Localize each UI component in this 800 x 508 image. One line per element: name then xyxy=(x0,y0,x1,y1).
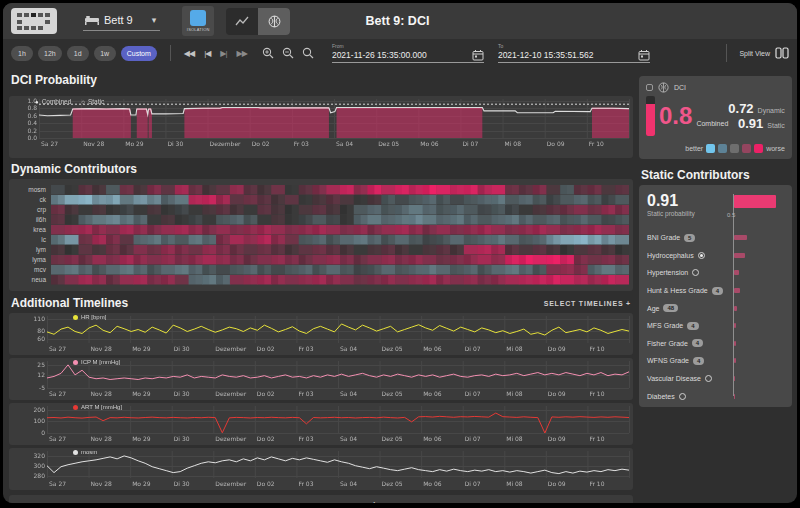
brain-view-button[interactable] xyxy=(258,8,290,35)
calendar-icon[interactable] xyxy=(472,49,484,61)
left-column: DCI Probability ● Combined ○ Static Dyna… xyxy=(9,69,633,503)
static-contributor-label: BNI Grade xyxy=(647,234,680,241)
static-contributor-label: Vascular Disease xyxy=(647,375,701,382)
timeline-chart[interactable] xyxy=(13,448,633,488)
contribution-bar xyxy=(734,376,735,381)
static-contributor-row[interactable]: Diabetes xyxy=(647,387,784,405)
dci-gauge-card: DCI 0.8 Combined 0.72Dynamic 0.91Static … xyxy=(639,76,792,159)
range-button-1d[interactable]: 1d xyxy=(67,46,89,61)
ward-overview-button[interactable] xyxy=(11,8,57,34)
dynamic-label: Dynamic xyxy=(758,107,785,114)
series-name: ART M [mmHg] xyxy=(81,404,122,410)
static-contributor-row[interactable]: Hypertension xyxy=(647,264,784,282)
static-contributor-row[interactable]: BNI Grade5 xyxy=(647,229,784,247)
skip-previous-icon[interactable]: |◀ xyxy=(204,49,210,58)
severity-square[interactable] xyxy=(742,144,751,153)
legend-combined-label: Combined xyxy=(42,98,72,105)
dynamic-contributors-title: Dynamic Contributors xyxy=(11,162,633,176)
value-badge: 4 xyxy=(712,287,723,295)
static-contributor-row[interactable]: Vascular Disease xyxy=(647,370,784,388)
static-contributor-row[interactable]: WFNS Grade4 xyxy=(647,352,784,370)
select-timelines-bar[interactable]: SELECT TIMELINES + xyxy=(9,495,633,503)
split-view-button[interactable]: Split View xyxy=(726,44,789,62)
radio-icon[interactable] xyxy=(679,393,686,400)
bed-selector[interactable]: Bett 9 ▾ xyxy=(83,11,160,31)
static-contributor-row[interactable]: Fisher Grade4 xyxy=(647,335,784,353)
timeline-panel-0: HR [bpm] xyxy=(9,313,633,355)
timeline-panel-3: mosm xyxy=(9,448,633,490)
from-date-field: From xyxy=(332,43,484,63)
dynamic-contributors-panel: mosmckcrpil6hkrealclymlymamcvneua xyxy=(9,179,633,291)
static-label: Static xyxy=(767,122,785,129)
timelines-container: HR [bpm]ICP M [mmHg]ART M [mmHg]mosm xyxy=(9,313,633,490)
collapse-icon[interactable] xyxy=(646,84,653,91)
dynamic-contributors-heatmap[interactable] xyxy=(51,185,629,285)
timeline-view-button[interactable] xyxy=(226,8,258,35)
skip-next-icon[interactable]: ▶| xyxy=(220,49,226,58)
series-dot-icon xyxy=(73,315,78,320)
isolation-icon xyxy=(190,10,206,26)
heatmap-row-label: lc xyxy=(9,235,51,245)
value-badge: 4 xyxy=(692,339,703,347)
additional-timelines-title: Additional Timelines xyxy=(11,296,128,310)
select-timelines-bar-label: SELECT TIMELINES xyxy=(265,501,365,504)
range-button-12h[interactable]: 12h xyxy=(38,46,62,61)
heatmap-row-label: mcv xyxy=(9,265,51,275)
timeline-panel-2: ART M [mmHg] xyxy=(9,403,633,445)
severity-square[interactable] xyxy=(754,144,763,153)
fast-forward-icon[interactable]: ▶▶ xyxy=(237,49,247,58)
contribution-bar xyxy=(734,270,739,275)
worse-label: worse xyxy=(766,145,785,152)
contribution-bar xyxy=(734,306,737,311)
severity-square[interactable] xyxy=(730,144,739,153)
value-badge: 5 xyxy=(684,234,695,242)
from-date-input[interactable] xyxy=(332,50,452,60)
static-contributor-row[interactable]: MFS Grade4 xyxy=(647,317,784,335)
static-contributor-row[interactable]: Age48 xyxy=(647,299,784,317)
radio-icon[interactable] xyxy=(705,375,712,382)
plus-icon: + xyxy=(371,499,377,503)
range-button-custom[interactable]: Custom xyxy=(121,46,157,61)
static-contributor-row[interactable]: Hunt & Hess Grade4 xyxy=(647,282,784,300)
heatmap-row-label: il6h xyxy=(9,215,51,225)
line-chart-icon xyxy=(235,15,249,27)
zoom-out-button[interactable] xyxy=(282,47,294,59)
static-contributor-label: MFS Grade xyxy=(647,322,683,329)
legend-combined[interactable]: ● Combined xyxy=(35,98,71,105)
to-date-input[interactable] xyxy=(498,50,618,60)
heatmap-row-label: lyma xyxy=(9,255,51,265)
zoom-reset-button[interactable] xyxy=(302,47,314,59)
radio-icon[interactable] xyxy=(698,252,705,259)
range-button-1h[interactable]: 1h xyxy=(11,46,33,61)
range-button-1w[interactable]: 1w xyxy=(94,46,116,61)
static-contributor-label: Hypertension xyxy=(647,269,688,276)
zoom-in-button[interactable] xyxy=(262,47,274,59)
combined-value: 0.8 xyxy=(659,104,692,128)
bed-icon xyxy=(85,15,99,25)
static-contributor-row[interactable]: Hydrocephalus xyxy=(647,247,784,265)
split-view-label: Split View xyxy=(739,50,770,57)
severity-square[interactable] xyxy=(706,144,715,153)
heatmap-row-label: ck xyxy=(9,195,51,205)
value-badge: 4 xyxy=(693,357,704,365)
brain-icon xyxy=(658,82,669,93)
static-contributors-title: Static Contributors xyxy=(641,168,792,182)
legend-static[interactable]: ○ Static xyxy=(81,98,104,105)
series-dot-icon xyxy=(73,405,78,410)
timeline-panel-1: ICP M [mmHg] xyxy=(9,358,633,400)
additional-timelines-header: Additional Timelines SELECT TIMELINES + xyxy=(9,296,633,310)
better-label: better xyxy=(685,145,703,152)
heatmap-row-label: mosm xyxy=(9,185,51,195)
isolation-button[interactable]: ISOLATION xyxy=(182,6,214,36)
radio-icon[interactable] xyxy=(692,269,699,276)
series-name: HR [bpm] xyxy=(81,314,106,320)
contribution-bar xyxy=(734,253,745,258)
calendar-icon[interactable] xyxy=(638,49,650,61)
dci-probability-chart[interactable] xyxy=(13,96,633,148)
fast-rewind-icon[interactable]: ◀◀ xyxy=(184,49,194,58)
contribution-bar xyxy=(734,288,740,293)
heatmap-row-label: krea xyxy=(9,225,51,235)
severity-square[interactable] xyxy=(718,144,727,153)
ward-map-icon xyxy=(15,11,53,31)
select-timelines-link[interactable]: SELECT TIMELINES + xyxy=(544,300,631,307)
